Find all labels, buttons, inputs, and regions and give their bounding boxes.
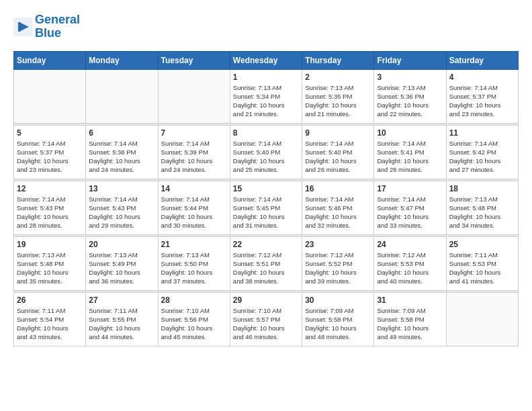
day-cell bbox=[14, 69, 86, 123]
day-number: 1 bbox=[233, 73, 299, 82]
day-info: Sunrise: 7:14 AM Sunset: 5:47 PM Dayligh… bbox=[377, 195, 443, 230]
day-info: Sunrise: 7:13 AM Sunset: 5:48 PM Dayligh… bbox=[17, 250, 83, 286]
day-number: 23 bbox=[305, 240, 371, 249]
day-info: Sunrise: 7:12 AM Sunset: 5:52 PM Dayligh… bbox=[305, 250, 371, 286]
day-info: Sunrise: 7:14 AM Sunset: 5:40 PM Dayligh… bbox=[233, 139, 299, 175]
day-info: Sunrise: 7:13 AM Sunset: 5:36 PM Dayligh… bbox=[377, 83, 443, 119]
logo-icon bbox=[13, 17, 32, 36]
day-cell bbox=[158, 69, 230, 123]
day-number: 2 bbox=[305, 73, 371, 82]
day-cell: 16Sunrise: 7:14 AM Sunset: 5:46 PM Dayli… bbox=[302, 181, 374, 234]
week-row-2: 5Sunrise: 7:14 AM Sunset: 5:37 PM Daylig… bbox=[14, 125, 519, 179]
day-number: 7 bbox=[161, 128, 227, 138]
day-number: 19 bbox=[17, 240, 83, 249]
day-info: Sunrise: 7:09 AM Sunset: 5:58 PM Dayligh… bbox=[377, 306, 443, 342]
day-cell: 22Sunrise: 7:12 AM Sunset: 5:51 PM Dayli… bbox=[230, 236, 302, 290]
day-cell: 14Sunrise: 7:14 AM Sunset: 5:44 PM Dayli… bbox=[158, 181, 230, 234]
day-cell: 10Sunrise: 7:14 AM Sunset: 5:41 PM Dayli… bbox=[374, 125, 446, 179]
day-info: Sunrise: 7:14 AM Sunset: 5:44 PM Dayligh… bbox=[161, 195, 227, 230]
day-info: Sunrise: 7:14 AM Sunset: 5:43 PM Dayligh… bbox=[89, 195, 154, 230]
col-header-wednesday: Wednesday bbox=[230, 51, 302, 69]
day-info: Sunrise: 7:13 AM Sunset: 5:35 PM Dayligh… bbox=[305, 83, 371, 119]
col-header-monday: Monday bbox=[86, 51, 158, 69]
day-cell: 29Sunrise: 7:10 AM Sunset: 5:57 PM Dayli… bbox=[230, 292, 302, 346]
day-cell: 28Sunrise: 7:10 AM Sunset: 5:56 PM Dayli… bbox=[158, 292, 230, 346]
week-row-3: 12Sunrise: 7:14 AM Sunset: 5:43 PM Dayli… bbox=[14, 181, 519, 234]
day-number: 4 bbox=[449, 73, 515, 82]
calendar-header-row: SundayMondayTuesdayWednesdayThursdayFrid… bbox=[14, 51, 519, 69]
day-cell: 24Sunrise: 7:12 AM Sunset: 5:53 PM Dayli… bbox=[374, 236, 446, 290]
day-cell: 8Sunrise: 7:14 AM Sunset: 5:40 PM Daylig… bbox=[230, 125, 302, 179]
day-info: Sunrise: 7:10 AM Sunset: 5:57 PM Dayligh… bbox=[233, 306, 299, 342]
logo-text: General Blue bbox=[35, 13, 80, 40]
day-number: 6 bbox=[89, 128, 154, 138]
day-info: Sunrise: 7:13 AM Sunset: 5:49 PM Dayligh… bbox=[89, 250, 154, 286]
day-cell: 27Sunrise: 7:11 AM Sunset: 5:55 PM Dayli… bbox=[86, 292, 158, 346]
day-number: 25 bbox=[449, 240, 515, 249]
day-cell bbox=[446, 292, 518, 346]
day-cell: 9Sunrise: 7:14 AM Sunset: 5:40 PM Daylig… bbox=[302, 125, 374, 179]
day-cell: 30Sunrise: 7:09 AM Sunset: 5:58 PM Dayli… bbox=[302, 292, 374, 346]
week-row-1: 1Sunrise: 7:13 AM Sunset: 5:34 PM Daylig… bbox=[14, 69, 519, 123]
col-header-thursday: Thursday bbox=[302, 51, 374, 69]
day-info: Sunrise: 7:11 AM Sunset: 5:54 PM Dayligh… bbox=[17, 306, 83, 342]
day-cell: 21Sunrise: 7:13 AM Sunset: 5:50 PM Dayli… bbox=[158, 236, 230, 290]
day-number: 11 bbox=[449, 128, 515, 138]
week-row-5: 26Sunrise: 7:11 AM Sunset: 5:54 PM Dayli… bbox=[14, 292, 519, 346]
day-info: Sunrise: 7:14 AM Sunset: 5:38 PM Dayligh… bbox=[89, 139, 154, 175]
day-info: Sunrise: 7:13 AM Sunset: 5:50 PM Dayligh… bbox=[161, 250, 227, 286]
logo: General Blue bbox=[13, 13, 80, 40]
day-cell: 18Sunrise: 7:13 AM Sunset: 5:48 PM Dayli… bbox=[446, 181, 518, 234]
day-number: 26 bbox=[17, 295, 83, 305]
day-number: 31 bbox=[377, 295, 443, 305]
week-row-4: 19Sunrise: 7:13 AM Sunset: 5:48 PM Dayli… bbox=[14, 236, 519, 290]
day-cell: 19Sunrise: 7:13 AM Sunset: 5:48 PM Dayli… bbox=[14, 236, 86, 290]
day-cell: 11Sunrise: 7:14 AM Sunset: 5:42 PM Dayli… bbox=[446, 125, 518, 179]
day-cell: 26Sunrise: 7:11 AM Sunset: 5:54 PM Dayli… bbox=[14, 292, 86, 346]
day-info: Sunrise: 7:13 AM Sunset: 5:34 PM Dayligh… bbox=[233, 83, 299, 119]
day-info: Sunrise: 7:14 AM Sunset: 5:43 PM Dayligh… bbox=[17, 195, 83, 230]
day-cell: 31Sunrise: 7:09 AM Sunset: 5:58 PM Dayli… bbox=[374, 292, 446, 346]
day-cell: 6Sunrise: 7:14 AM Sunset: 5:38 PM Daylig… bbox=[86, 125, 158, 179]
day-cell: 5Sunrise: 7:14 AM Sunset: 5:37 PM Daylig… bbox=[14, 125, 86, 179]
day-info: Sunrise: 7:14 AM Sunset: 5:37 PM Dayligh… bbox=[17, 139, 83, 175]
day-cell: 15Sunrise: 7:14 AM Sunset: 5:45 PM Dayli… bbox=[230, 181, 302, 234]
day-info: Sunrise: 7:12 AM Sunset: 5:53 PM Dayligh… bbox=[377, 250, 443, 286]
day-info: Sunrise: 7:14 AM Sunset: 5:39 PM Dayligh… bbox=[161, 139, 227, 175]
day-number: 28 bbox=[161, 295, 227, 305]
day-info: Sunrise: 7:11 AM Sunset: 5:53 PM Dayligh… bbox=[449, 250, 515, 286]
day-number: 5 bbox=[17, 128, 83, 138]
day-cell: 13Sunrise: 7:14 AM Sunset: 5:43 PM Dayli… bbox=[86, 181, 158, 234]
day-cell: 2Sunrise: 7:13 AM Sunset: 5:35 PM Daylig… bbox=[302, 69, 374, 123]
day-info: Sunrise: 7:12 AM Sunset: 5:51 PM Dayligh… bbox=[233, 250, 299, 286]
day-cell: 7Sunrise: 7:14 AM Sunset: 5:39 PM Daylig… bbox=[158, 125, 230, 179]
day-info: Sunrise: 7:13 AM Sunset: 5:48 PM Dayligh… bbox=[449, 195, 515, 230]
day-cell: 23Sunrise: 7:12 AM Sunset: 5:52 PM Dayli… bbox=[302, 236, 374, 290]
day-info: Sunrise: 7:11 AM Sunset: 5:55 PM Dayligh… bbox=[89, 306, 154, 342]
day-number: 20 bbox=[89, 240, 154, 249]
day-cell: 4Sunrise: 7:14 AM Sunset: 5:37 PM Daylig… bbox=[446, 69, 518, 123]
day-cell: 1Sunrise: 7:13 AM Sunset: 5:34 PM Daylig… bbox=[230, 69, 302, 123]
day-info: Sunrise: 7:14 AM Sunset: 5:37 PM Dayligh… bbox=[449, 83, 515, 119]
day-info: Sunrise: 7:14 AM Sunset: 5:40 PM Dayligh… bbox=[305, 139, 371, 175]
calendar-table: SundayMondayTuesdayWednesdayThursdayFrid… bbox=[13, 51, 519, 347]
day-info: Sunrise: 7:14 AM Sunset: 5:41 PM Dayligh… bbox=[377, 139, 443, 175]
day-number: 13 bbox=[89, 184, 154, 193]
day-cell bbox=[86, 69, 158, 123]
col-header-saturday: Saturday bbox=[446, 51, 518, 69]
day-number: 18 bbox=[449, 184, 515, 193]
day-cell: 3Sunrise: 7:13 AM Sunset: 5:36 PM Daylig… bbox=[374, 69, 446, 123]
day-cell: 25Sunrise: 7:11 AM Sunset: 5:53 PM Dayli… bbox=[446, 236, 518, 290]
day-cell: 12Sunrise: 7:14 AM Sunset: 5:43 PM Dayli… bbox=[14, 181, 86, 234]
day-info: Sunrise: 7:10 AM Sunset: 5:56 PM Dayligh… bbox=[161, 306, 227, 342]
day-number: 17 bbox=[377, 184, 443, 193]
day-number: 29 bbox=[233, 295, 299, 305]
day-number: 27 bbox=[89, 295, 154, 305]
col-header-tuesday: Tuesday bbox=[158, 51, 230, 69]
col-header-friday: Friday bbox=[374, 51, 446, 69]
day-info: Sunrise: 7:09 AM Sunset: 5:58 PM Dayligh… bbox=[305, 306, 371, 342]
day-cell: 20Sunrise: 7:13 AM Sunset: 5:49 PM Dayli… bbox=[86, 236, 158, 290]
day-number: 14 bbox=[161, 184, 227, 193]
day-number: 3 bbox=[377, 73, 443, 82]
day-number: 12 bbox=[17, 184, 83, 193]
